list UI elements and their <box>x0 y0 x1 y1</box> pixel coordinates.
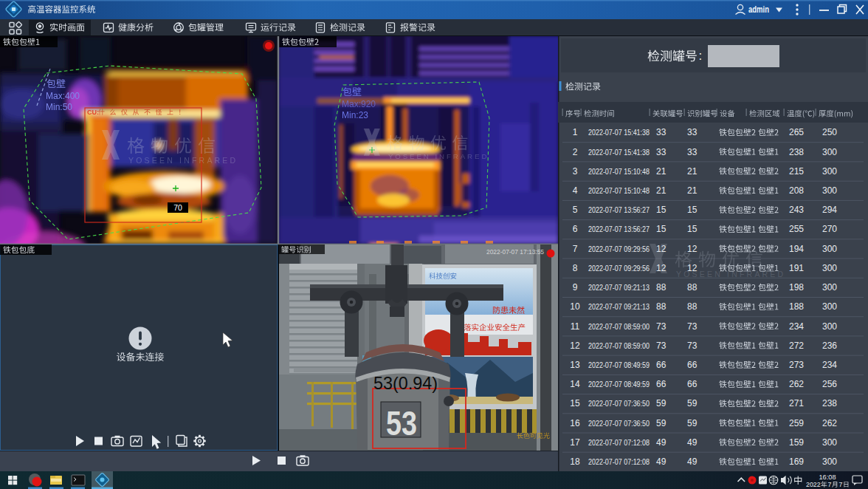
svg-text:198: 198 <box>789 282 804 293</box>
svg-text:256: 256 <box>822 379 837 389</box>
svg-text:9: 9 <box>573 282 578 293</box>
svg-text:66: 66 <box>687 360 698 370</box>
svg-text:11: 11 <box>571 321 580 332</box>
svg-text:2022-07-07 17:13:55: 2022-07-07 17:13:55 <box>486 248 544 256</box>
svg-text:16:08: 16:08 <box>819 473 836 481</box>
svg-text:Max:920: Max:920 <box>342 99 376 109</box>
svg-text:2022-07-07 07:12:08: 2022-07-07 07:12:08 <box>588 457 650 466</box>
svg-text:18: 18 <box>570 456 580 467</box>
svg-text:300: 300 <box>822 244 837 254</box>
svg-text:2022-07-07 15:41:38: 2022-07-07 15:41:38 <box>588 128 650 137</box>
svg-text:21: 21 <box>687 166 698 177</box>
svg-text:2022-07-07 09:29:56: 2022-07-07 09:29:56 <box>588 264 650 273</box>
svg-text:2022-07-07 13:56:27: 2022-07-07 13:56:27 <box>588 205 650 214</box>
svg-text:188: 188 <box>789 301 804 312</box>
svg-text:243: 243 <box>789 205 804 215</box>
svg-text:12: 12 <box>570 341 580 351</box>
svg-text:10: 10 <box>570 301 580 312</box>
svg-text:Min:50: Min:50 <box>46 102 72 112</box>
svg-text:191: 191 <box>789 263 804 273</box>
svg-text:2022-07-07 15:10:48: 2022-07-07 15:10:48 <box>588 186 650 195</box>
svg-text:66: 66 <box>656 379 666 389</box>
svg-text:YOSEEN INFRARED: YOSEEN INFRARED <box>388 152 489 160</box>
svg-text:CU:: CU: <box>87 109 99 116</box>
svg-text:2022-07-07 08:49:59: 2022-07-07 08:49:59 <box>588 380 650 389</box>
svg-text:265: 265 <box>789 127 804 137</box>
svg-text:33: 33 <box>687 127 698 137</box>
svg-text:88: 88 <box>687 301 698 312</box>
svg-text:15: 15 <box>656 224 666 234</box>
svg-text:7: 7 <box>573 244 578 254</box>
svg-text:259: 259 <box>789 418 804 428</box>
svg-text:49: 49 <box>656 437 666 448</box>
svg-text:59: 59 <box>687 418 698 428</box>
svg-text:YOSEEN INFRARED: YOSEEN INFRARED <box>128 156 238 165</box>
svg-text:53: 53 <box>386 404 417 442</box>
svg-text:15: 15 <box>656 205 666 215</box>
svg-text:33: 33 <box>687 147 698 157</box>
svg-text:8: 8 <box>573 263 578 273</box>
svg-text:300: 300 <box>822 147 837 157</box>
svg-text:270: 270 <box>822 224 837 234</box>
svg-text:234: 234 <box>789 321 804 332</box>
svg-text:88: 88 <box>656 301 666 312</box>
svg-text:2022-07-07 15:41:38: 2022-07-07 15:41:38 <box>588 148 650 157</box>
svg-text:66: 66 <box>656 360 666 370</box>
svg-text:14: 14 <box>570 379 580 389</box>
svg-text:215: 215 <box>789 166 804 177</box>
svg-text:2022-07-07 13:56:27: 2022-07-07 13:56:27 <box>588 225 650 233</box>
svg-text:7: 7 <box>839 481 843 488</box>
svg-text:300: 300 <box>822 185 837 196</box>
svg-text:234: 234 <box>822 360 837 370</box>
svg-text:255: 255 <box>789 224 804 234</box>
svg-text:2022-07-07 08:49:59: 2022-07-07 08:49:59 <box>588 360 650 369</box>
svg-text:300: 300 <box>822 282 837 293</box>
svg-text:12: 12 <box>687 244 698 254</box>
svg-text:2022-07-07 15:10:48: 2022-07-07 15:10:48 <box>588 167 650 176</box>
svg-text:300: 300 <box>822 166 837 177</box>
svg-text:238: 238 <box>789 147 804 157</box>
svg-text:1: 1 <box>573 127 578 137</box>
svg-text:300: 300 <box>822 301 837 312</box>
svg-text:236: 236 <box>822 341 837 351</box>
svg-text:6: 6 <box>573 224 578 234</box>
svg-text:2022-07-07 09:21:13: 2022-07-07 09:21:13 <box>588 302 650 311</box>
svg-text:2022-07-07 07:36:50: 2022-07-07 07:36:50 <box>588 399 650 408</box>
svg-text:2022-07-07 08:59:00: 2022-07-07 08:59:00 <box>588 322 650 331</box>
svg-text:88: 88 <box>687 282 698 293</box>
svg-text:5: 5 <box>573 205 578 215</box>
svg-text:159: 159 <box>789 437 804 448</box>
svg-text:21: 21 <box>656 185 666 196</box>
svg-text:208: 208 <box>789 185 804 196</box>
svg-text:271: 271 <box>789 398 804 408</box>
svg-text:66: 66 <box>687 379 698 389</box>
svg-text:2022-07-07 08:59:00: 2022-07-07 08:59:00 <box>588 341 650 350</box>
svg-text:294: 294 <box>822 205 837 215</box>
svg-text:300: 300 <box>822 437 837 448</box>
svg-text:Min:23: Min:23 <box>342 110 368 120</box>
svg-text:73: 73 <box>687 321 698 332</box>
svg-text:300: 300 <box>822 321 837 332</box>
svg-text:250: 250 <box>822 127 837 137</box>
svg-text::: : <box>699 49 703 63</box>
svg-text:49: 49 <box>687 437 698 448</box>
svg-text:73: 73 <box>656 341 666 351</box>
svg-text:15: 15 <box>570 398 580 408</box>
svg-text:2022-07-07 07:36:50: 2022-07-07 07:36:50 <box>588 419 650 428</box>
svg-text:238: 238 <box>822 398 837 408</box>
svg-text:33: 33 <box>656 147 666 157</box>
svg-text:15: 15 <box>687 224 698 234</box>
svg-text:262: 262 <box>789 379 804 389</box>
svg-text:70: 70 <box>173 203 182 212</box>
svg-text:300: 300 <box>822 263 837 273</box>
svg-text:300: 300 <box>822 456 837 467</box>
svg-text:53(0.94): 53(0.94) <box>373 373 438 393</box>
svg-text:59: 59 <box>687 398 698 408</box>
svg-text:2022-07-07 07:12:08: 2022-07-07 07:12:08 <box>588 438 650 447</box>
svg-text:2022-07-07 09:21:13: 2022-07-07 09:21:13 <box>588 283 650 292</box>
svg-text:21: 21 <box>656 166 666 177</box>
svg-text:169: 169 <box>789 456 804 467</box>
svg-text:admin: admin <box>748 4 769 15</box>
svg-text:88: 88 <box>656 282 666 293</box>
svg-text:2022-07-07 09:29:56: 2022-07-07 09:29:56 <box>588 244 650 253</box>
